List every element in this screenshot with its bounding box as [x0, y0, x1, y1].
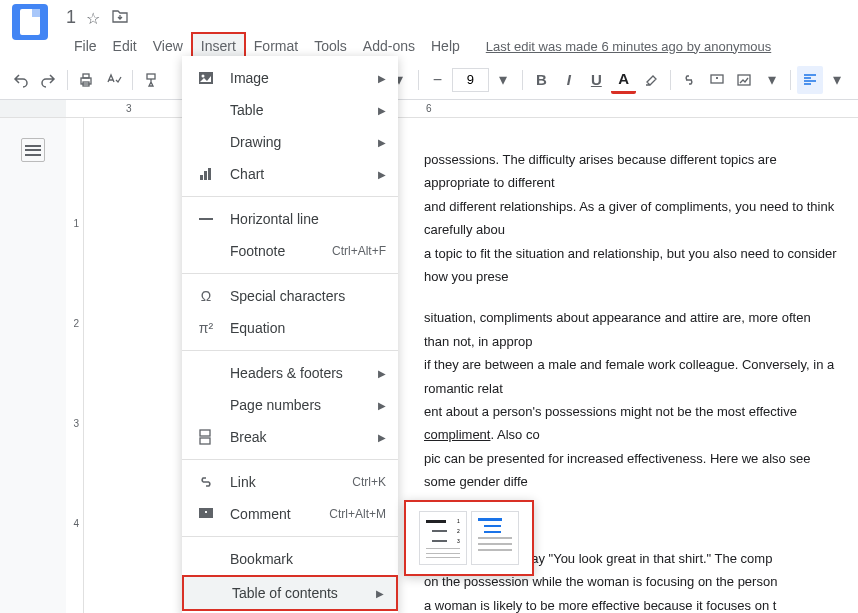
spellcheck-button[interactable] — [101, 66, 126, 94]
break-icon — [194, 428, 218, 446]
menu-item-table-of-contents[interactable]: Table of contents ▶ — [182, 575, 398, 611]
menu-item-equation[interactable]: π² Equation — [182, 312, 398, 344]
toc-submenu: 1 2 3 — [404, 500, 534, 576]
highlight-button[interactable] — [638, 66, 663, 94]
svg-rect-12 — [200, 430, 210, 436]
menu-format[interactable]: Format — [246, 34, 306, 58]
menu-item-table[interactable]: Table ▶ — [182, 94, 398, 126]
insert-comment-button[interactable] — [704, 66, 729, 94]
menu-item-comment[interactable]: Comment Ctrl+Alt+M — [182, 498, 398, 530]
docs-logo[interactable] — [12, 4, 48, 40]
vertical-ruler[interactable]: 1 2 3 4 — [66, 118, 84, 613]
insert-image-button[interactable] — [731, 66, 756, 94]
comment-icon — [194, 505, 218, 523]
svg-rect-3 — [147, 74, 155, 79]
italic-button[interactable]: I — [556, 66, 581, 94]
menu-tools[interactable]: Tools — [306, 34, 355, 58]
chevron-right-icon: ▶ — [378, 400, 386, 411]
svg-point-7 — [202, 75, 205, 78]
menu-item-drawing[interactable]: Drawing ▶ — [182, 126, 398, 158]
menu-addons[interactable]: Add-ons — [355, 34, 423, 58]
svg-rect-13 — [200, 438, 210, 444]
chart-icon — [194, 165, 218, 183]
outline-icon[interactable] — [21, 138, 45, 162]
menubar: File Edit View Insert Format Tools Add-o… — [0, 32, 858, 60]
omega-icon: Ω — [194, 288, 218, 304]
paint-format-button[interactable] — [139, 66, 164, 94]
left-sidebar — [0, 118, 66, 613]
font-size-increase[interactable]: ▾ — [491, 66, 516, 94]
underline-button[interactable]: U — [584, 66, 609, 94]
align-left-button[interactable] — [797, 66, 822, 94]
undo-button[interactable] — [8, 66, 33, 94]
toc-option-links[interactable] — [471, 511, 519, 565]
menu-file[interactable]: File — [66, 34, 105, 58]
doc-title[interactable]: 1 — [66, 7, 76, 28]
image-icon — [194, 69, 218, 87]
insert-dropdown: Image ▶ Table ▶ Drawing ▶ Chart ▶ Horizo… — [182, 56, 398, 613]
last-edit-link[interactable]: Last edit was made 6 minutes ago by anon… — [486, 39, 771, 54]
menu-help[interactable]: Help — [423, 34, 468, 58]
toolbar: ▾ − 9 ▾ B I U A ▾ ▾ — [0, 60, 858, 100]
menu-view[interactable]: View — [145, 34, 191, 58]
bold-button[interactable]: B — [529, 66, 554, 94]
move-icon[interactable] — [112, 9, 128, 25]
menu-item-link[interactable]: Link Ctrl+K — [182, 466, 398, 498]
svg-rect-5 — [738, 75, 750, 85]
svg-rect-1 — [83, 74, 89, 78]
redo-button[interactable] — [35, 66, 60, 94]
menu-item-break[interactable]: Break ▶ — [182, 421, 398, 453]
chevron-right-icon: ▶ — [378, 105, 386, 116]
align-more-button[interactable]: ▾ — [825, 66, 850, 94]
star-icon[interactable]: ☆ — [86, 9, 102, 25]
text-color-button[interactable]: A — [611, 66, 636, 94]
menu-edit[interactable]: Edit — [105, 34, 145, 58]
hline-icon — [194, 210, 218, 228]
menu-item-image[interactable]: Image ▶ — [182, 62, 398, 94]
more-button[interactable]: ▾ — [759, 66, 784, 94]
font-size-decrease[interactable]: − — [425, 66, 450, 94]
menu-item-bookmark[interactable]: Bookmark — [182, 543, 398, 575]
pi-icon: π² — [194, 320, 218, 336]
chevron-right-icon: ▶ — [378, 137, 386, 148]
insert-link-button[interactable] — [677, 66, 702, 94]
menu-item-page-numbers[interactable]: Page numbers ▶ — [182, 389, 398, 421]
menu-item-horizontal-line[interactable]: Horizontal line — [182, 203, 398, 235]
chevron-right-icon: ▶ — [378, 73, 386, 84]
menu-item-special-chars[interactable]: Ω Special characters — [182, 280, 398, 312]
horizontal-ruler[interactable]: 3 4 5 6 — [0, 100, 858, 118]
svg-rect-10 — [208, 168, 211, 180]
toc-option-numbered[interactable]: 1 2 3 — [419, 511, 467, 565]
menu-item-headers-footers[interactable]: Headers & footers ▶ — [182, 357, 398, 389]
svg-rect-8 — [200, 175, 203, 180]
chevron-right-icon: ▶ — [378, 169, 386, 180]
menu-item-footnote[interactable]: Footnote Ctrl+Alt+F — [182, 235, 398, 267]
print-button[interactable] — [74, 66, 99, 94]
svg-rect-9 — [204, 171, 207, 180]
link-icon — [194, 473, 218, 491]
chevron-right-icon: ▶ — [376, 588, 384, 599]
menu-item-chart[interactable]: Chart ▶ — [182, 158, 398, 190]
chevron-right-icon: ▶ — [378, 368, 386, 379]
chevron-right-icon: ▶ — [378, 432, 386, 443]
font-size-input[interactable]: 9 — [452, 68, 488, 92]
